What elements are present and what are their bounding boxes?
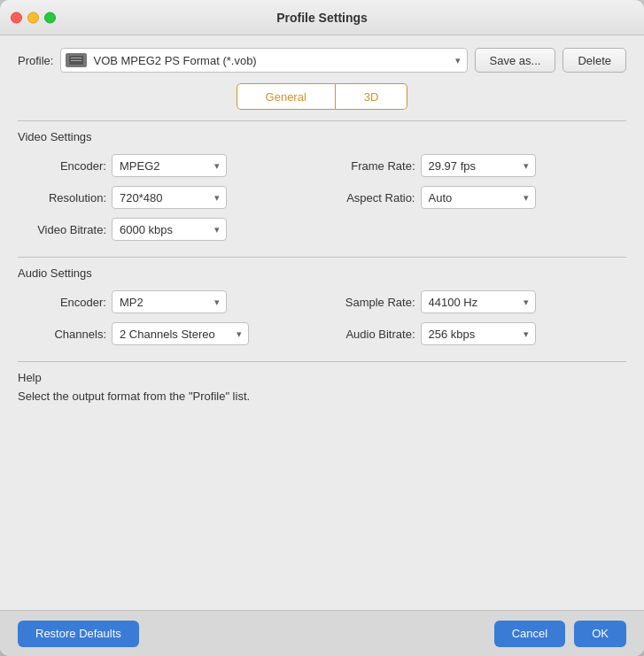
profile-format-icon [66,53,87,67]
frame-rate-row: Frame Rate: 29.97 fps [336,154,627,177]
help-section: Help Select the output format from the "… [18,361,626,598]
channels-select-wrapper: 2 Channels Stereo [112,322,249,345]
aspect-ratio-row: Aspect Ratio: Auto [336,186,627,209]
help-text: Select the output format from the "Profi… [18,390,626,403]
video-settings-title: Video Settings [18,130,626,143]
save-as-button[interactable]: Save as... [475,48,556,73]
aspect-ratio-select-wrapper: Auto [421,186,536,209]
encoder-select-wrapper: MPEG2 [112,154,227,177]
tab-general[interactable]: General [237,83,336,110]
restore-defaults-button[interactable]: Restore Defaults [18,621,139,647]
audio-bitrate-select[interactable]: 256 kbps [421,322,536,345]
help-title: Help [18,371,626,384]
window-title: Profile Settings [276,11,368,25]
video-bitrate-select-wrapper: 6000 kbps [112,218,227,241]
delete-button[interactable]: Delete [563,48,626,73]
video-bitrate-select[interactable]: 6000 kbps [112,218,227,241]
audio-bitrate-select-wrapper: 256 kbps [421,322,536,345]
profile-label: Profile: [18,54,53,67]
audio-encoder-row: Encoder: MP2 [27,290,318,313]
encoder-label: Encoder: [27,159,106,173]
audio-encoder-select-wrapper: MP2 [112,290,227,313]
audio-fields-grid: Encoder: MP2 Sample Rate: 44100 Hz [18,290,626,345]
content-area: Profile: VOB MPEG2 PS Format (*.vob) Sav… [0,35,644,610]
minimize-button[interactable] [27,12,39,23]
profile-settings-window: Profile Settings Profile: VOB MPEG2 PS F… [0,0,644,656]
video-bitrate-row: Video Bitrate: 6000 kbps [18,218,626,241]
resolution-select-wrapper: 720*480 [112,186,227,209]
video-fields-grid: Encoder: MPEG2 Frame Rate: 29.97 fps [18,154,626,209]
ok-button[interactable]: OK [574,621,626,647]
video-settings-section: Video Settings Encoder: MPEG2 Frame Rate… [18,120,626,241]
channels-select[interactable]: 2 Channels Stereo [112,322,249,345]
cancel-button[interactable]: Cancel [494,621,565,647]
audio-settings-section: Audio Settings Encoder: MP2 Sample Rate: [18,257,626,345]
titlebar: Profile Settings [0,0,644,35]
channels-row: Channels: 2 Channels Stereo [27,322,318,345]
aspect-ratio-select[interactable]: Auto [421,186,536,209]
video-bitrate-label: Video Bitrate: [27,223,106,236]
frame-rate-select[interactable]: 29.97 fps [421,154,536,177]
profile-row: Profile: VOB MPEG2 PS Format (*.vob) Sav… [18,48,626,73]
profile-select[interactable]: VOB MPEG2 PS Format (*.vob) [60,48,467,73]
audio-encoder-label: Encoder: [27,296,106,309]
traffic-lights [11,12,56,23]
audio-bitrate-label: Audio Bitrate: [336,328,415,341]
footer: Restore Defaults Cancel OK [0,610,644,656]
audio-settings-title: Audio Settings [18,266,626,280]
close-button[interactable] [11,12,22,23]
sample-rate-label: Sample Rate: [336,296,415,309]
frame-rate-label: Frame Rate: [336,159,415,173]
maximize-button[interactable] [44,12,56,23]
frame-rate-select-wrapper: 29.97 fps [421,154,536,177]
resolution-label: Resolution: [27,191,106,205]
tab-3d[interactable]: 3D [336,83,408,110]
audio-bitrate-row: Audio Bitrate: 256 kbps [336,322,627,345]
sample-rate-select[interactable]: 44100 Hz [421,290,536,313]
tabs-row: General 3D [18,83,626,110]
sample-rate-select-wrapper: 44100 Hz [421,290,536,313]
encoder-row: Encoder: MPEG2 [27,154,318,177]
channels-label: Channels: [27,328,106,341]
sample-rate-row: Sample Rate: 44100 Hz [336,290,627,313]
audio-encoder-select[interactable]: MP2 [112,290,227,313]
footer-right: Cancel OK [494,621,626,647]
encoder-select[interactable]: MPEG2 [112,154,227,177]
aspect-ratio-label: Aspect Ratio: [336,191,415,205]
profile-select-wrapper: VOB MPEG2 PS Format (*.vob) [60,48,467,73]
resolution-select[interactable]: 720*480 [112,186,227,209]
resolution-row: Resolution: 720*480 [27,186,318,209]
video-bitrate-field-row: Video Bitrate: 6000 kbps [27,218,626,241]
